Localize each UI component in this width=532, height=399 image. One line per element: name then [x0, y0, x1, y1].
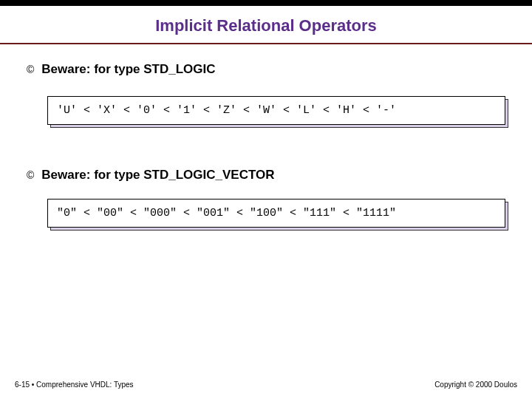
bullet-text-1: Beware: for type STD_LOGIC — [41, 62, 215, 77]
slide-title: Implicit Relational Operators — [0, 16, 532, 35]
top-black-bar — [0, 0, 532, 6]
content-area: © Beware: for type STD_LOGIC 'U' < 'X' <… — [0, 44, 532, 228]
codebox-2-wrap: "0" < "00" < "000" < "001" < "100" < "11… — [47, 199, 505, 228]
codebox-1: 'U' < 'X' < '0' < '1' < 'Z' < 'W' < 'L' … — [47, 96, 505, 125]
bullet-row-1: © Beware: for type STD_LOGIC — [27, 62, 505, 77]
footer-right: Copyright © 2000 Doulos — [434, 381, 517, 389]
copyright-icon: © — [27, 62, 34, 77]
codebox-2: "0" < "00" < "000" < "001" < "100" < "11… — [47, 199, 505, 228]
footer-left: 6-15 • Comprehensive VHDL: Types — [15, 381, 134, 389]
footer: 6-15 • Comprehensive VHDL: Types Copyrig… — [15, 381, 517, 389]
bullet-text-2: Beware: for type STD_LOGIC_VECTOR — [41, 168, 274, 183]
codebox-1-wrap: 'U' < 'X' < '0' < '1' < 'Z' < 'W' < 'L' … — [47, 96, 505, 125]
copyright-icon: © — [27, 168, 34, 183]
bullet-row-2: © Beware: for type STD_LOGIC_VECTOR — [27, 168, 505, 183]
